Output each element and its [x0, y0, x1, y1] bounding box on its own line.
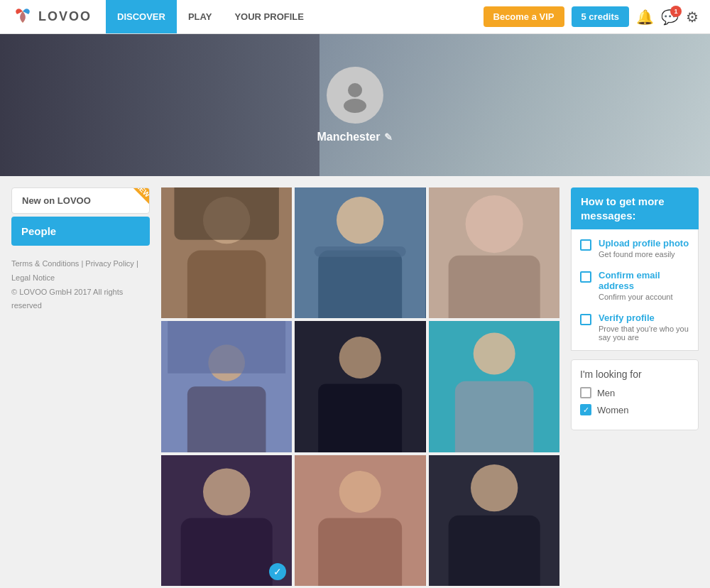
become-vip-button[interactable]: Become a VIP: [484, 6, 564, 27]
svg-rect-16: [168, 321, 285, 374]
grid-item[interactable]: [295, 187, 425, 318]
men-label: Men: [597, 388, 615, 398]
nav-your-profile[interactable]: YOUR PROFILE: [223, 0, 315, 33]
svg-rect-5: [174, 187, 278, 240]
person-photo-2: [295, 187, 425, 318]
gear-icon: ⚙: [686, 9, 699, 26]
person-photo-6: [429, 321, 559, 452]
logo-area: LOVOO: [11, 6, 92, 28]
svg-point-1: [344, 99, 366, 113]
looking-for-panel: I'm looking for Men ✓ Women: [571, 359, 699, 430]
separator-2: |: [136, 259, 138, 268]
verify-profile-label: Verify profile: [599, 312, 689, 323]
svg-point-21: [473, 333, 515, 375]
checklist-item-verify-profile: Verify profile Prove that you're who you…: [580, 312, 689, 342]
svg-rect-8: [319, 250, 403, 318]
avatar-silhouette-icon: [337, 77, 373, 113]
confirm-email-checkbox[interactable]: [580, 271, 591, 283]
new-on-lovoo-label: New on LOVOO: [22, 195, 91, 206]
grid-item[interactable]: [429, 187, 559, 318]
privacy-link[interactable]: Privacy Policy: [85, 259, 133, 268]
lf-option-women: ✓ Women: [580, 404, 689, 415]
logo-heart-icon: [11, 6, 34, 28]
terms-link[interactable]: Terms & Conditions: [11, 259, 79, 268]
grid-item[interactable]: [429, 455, 559, 586]
photo-grid: ✓: [161, 187, 559, 586]
svg-point-11: [465, 195, 523, 253]
nav-discover[interactable]: DISCOVER: [106, 0, 177, 33]
confirm-email-label: Confirm email address: [599, 270, 689, 291]
svg-rect-4: [187, 250, 266, 318]
checklist: Upload profile photo Get found more easi…: [571, 229, 699, 351]
checklist-item-upload-photo: Upload profile photo Get found more easi…: [580, 238, 689, 258]
header: LOVOO DISCOVER PLAY YOUR PROFILE Become …: [0, 0, 710, 34]
logo-text: LOVOO: [38, 9, 92, 24]
svg-rect-9: [315, 246, 406, 257]
svg-rect-31: [448, 515, 540, 586]
notifications-button[interactable]: 🔔: [636, 9, 654, 26]
women-label: Women: [597, 405, 629, 415]
how-to-header: How to get more messages:: [571, 187, 699, 229]
right-panel: How to get more messages: Upload profile…: [571, 187, 699, 586]
checklist-item-confirm-email: Confirm email address Confirm your accou…: [580, 270, 689, 301]
legal-link[interactable]: Legal Notice: [11, 273, 55, 282]
bell-icon: 🔔: [636, 9, 654, 26]
messages-button[interactable]: 💬 1: [661, 9, 679, 26]
settings-button[interactable]: ⚙: [686, 9, 699, 26]
banner-location: Manchester ✎: [317, 131, 393, 143]
check-mark-icon: ✓: [583, 405, 589, 415]
grid-item[interactable]: [295, 321, 425, 452]
person-photo-9: [429, 455, 559, 586]
edit-location-icon[interactable]: ✎: [384, 131, 393, 143]
new-on-lovoo-item[interactable]: New on LOVOO NEW: [11, 187, 150, 214]
confirm-email-content: Confirm email address Confirm your accou…: [599, 270, 689, 301]
svg-rect-25: [181, 518, 273, 586]
copyright: © LOVOO GmbH 2017 All rights reserved: [11, 285, 150, 314]
svg-point-0: [348, 83, 362, 97]
person-photo-3: [429, 187, 559, 318]
svg-point-24: [203, 468, 250, 515]
location-text: Manchester: [317, 131, 381, 143]
svg-rect-19: [319, 384, 403, 452]
upload-photo-desc: Get found more easily: [599, 250, 689, 258]
credits-button[interactable]: 5 credits: [572, 6, 629, 27]
svg-rect-22: [455, 381, 534, 452]
sidebar-people-item[interactable]: People: [11, 217, 150, 246]
main-nav: DISCOVER PLAY YOUR PROFILE: [106, 0, 484, 33]
men-checkbox[interactable]: [580, 387, 591, 398]
banner: Manchester ✎: [0, 34, 710, 176]
message-badge: 1: [670, 6, 682, 17]
verify-profile-checkbox[interactable]: [580, 314, 591, 325]
looking-for-title: I'm looking for: [580, 369, 689, 380]
upload-photo-content: Upload profile photo Get found more easi…: [599, 238, 689, 258]
nav-play[interactable]: PLAY: [177, 0, 223, 33]
grid-item[interactable]: [295, 455, 425, 586]
person-photo-8: [295, 455, 425, 586]
svg-point-27: [339, 471, 381, 513]
avatar: [327, 67, 383, 124]
person-photo-5: [295, 321, 425, 452]
grid-item[interactable]: [161, 187, 292, 318]
sidebar: New on LOVOO NEW People Terms & Conditio…: [11, 187, 150, 586]
svg-point-7: [337, 197, 383, 244]
svg-rect-15: [187, 386, 266, 452]
sidebar-footer: Terms & Conditions | Privacy Policy | Le…: [11, 257, 150, 313]
svg-rect-12: [448, 256, 540, 318]
person-photo-4: [161, 321, 292, 452]
header-actions: Become a VIP 5 credits 🔔 💬 1 ⚙: [484, 6, 699, 27]
upload-photo-checkbox[interactable]: [580, 239, 591, 251]
svg-point-18: [339, 337, 381, 379]
grid-item[interactable]: ✓: [161, 455, 292, 586]
verify-profile-desc: Prove that you're who you say you are: [599, 325, 689, 342]
verify-profile-content: Verify profile Prove that you're who you…: [599, 312, 689, 342]
upload-photo-label: Upload profile photo: [599, 238, 689, 249]
grid-item[interactable]: [429, 321, 559, 452]
grid-item[interactable]: [161, 321, 292, 452]
lf-option-men: Men: [580, 387, 689, 398]
new-badge: NEW: [126, 187, 150, 207]
svg-rect-28: [319, 518, 403, 586]
women-checkbox[interactable]: ✓: [580, 404, 591, 415]
confirm-email-desc: Confirm your account: [599, 293, 689, 301]
svg-point-30: [471, 464, 518, 511]
person-photo-1: [161, 187, 292, 318]
